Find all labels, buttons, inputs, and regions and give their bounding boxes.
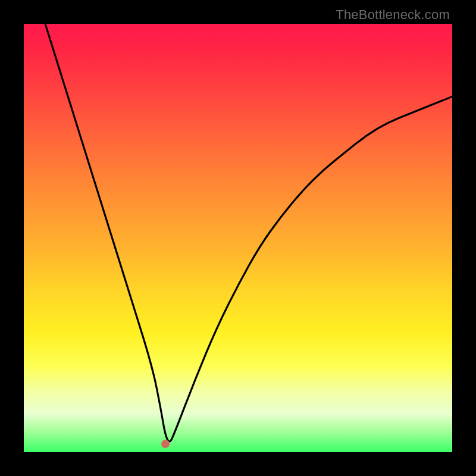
chart-frame: TheBottleneck.com <box>0 0 476 476</box>
watermark-text: TheBottleneck.com <box>336 7 450 23</box>
bottleneck-minimum-marker <box>161 440 170 448</box>
plot-area <box>24 24 452 452</box>
bottleneck-curve <box>24 24 452 452</box>
